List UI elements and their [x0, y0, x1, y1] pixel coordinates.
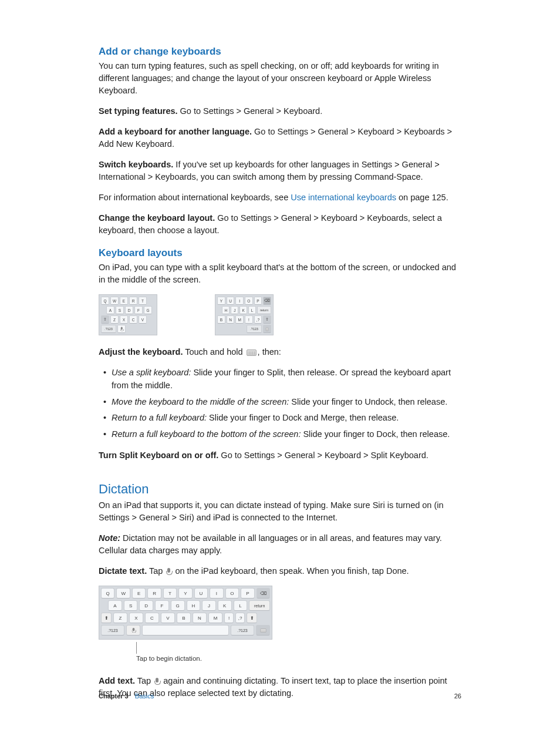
key: J	[231, 306, 238, 314]
backspace-key-icon: ⌫	[257, 588, 270, 599]
adjust-keyboard-list: Use a split keyboard: Slide your finger …	[99, 367, 461, 441]
shift-key-icon: ⬆	[247, 613, 257, 623]
bold-label: Change the keyboard layout.	[99, 213, 215, 223]
body-text: on the iPad keyboard, then speak. When y…	[173, 566, 409, 576]
hide-keyboard-key-icon	[263, 325, 271, 333]
list-item-text: Slide your finger to Undock, then releas…	[289, 397, 447, 406]
body-text: Go to Settings > General > Keyboard.	[178, 106, 323, 116]
key: C	[145, 613, 159, 623]
key: M	[208, 613, 222, 623]
return-key: return	[257, 306, 271, 314]
key: !	[245, 315, 253, 324]
list-item: Return to a full keyboard: Slide your fi…	[107, 412, 461, 425]
note-label: Note:	[99, 533, 120, 543]
list-item-em: Return to a full keyboard:	[112, 413, 207, 422]
full-keyboard-figure: Q W E R T Y U I O P ⌫ A S D F G H J K L …	[99, 586, 272, 640]
key: L	[248, 306, 256, 314]
key: V	[139, 315, 147, 324]
key: M	[235, 315, 244, 324]
return-key: return	[249, 600, 270, 611]
shift-key-icon: ⇧	[263, 315, 271, 324]
key: D	[125, 306, 133, 314]
key: Z	[113, 613, 127, 623]
link-intl-keyboards[interactable]: Use international keyboards	[291, 193, 396, 202]
backspace-key-icon: ⌫	[263, 297, 271, 305]
mic-key	[126, 625, 140, 636]
key: T	[139, 297, 147, 305]
key: Z	[110, 315, 119, 324]
key: D	[139, 600, 153, 611]
key: A	[108, 600, 122, 611]
intro-text: You can turn typing features, such as sp…	[99, 60, 461, 97]
key: Q	[101, 588, 114, 599]
set-typing-features: Set typing features. Go to Settings > Ge…	[99, 105, 461, 117]
key: G	[171, 600, 185, 611]
key: ,?	[235, 613, 245, 623]
add-keyboard-language: Add a keyboard for another language. Go …	[99, 126, 461, 150]
switch-keyboards: Switch keyboards. If you've set up keybo…	[99, 159, 461, 183]
key: N	[227, 315, 235, 324]
key: W	[116, 588, 130, 599]
page-footer: Chapter 3 Basics 26	[99, 692, 461, 700]
mic-icon	[154, 678, 160, 685]
numeric-key: .?123	[231, 625, 254, 636]
key: F	[155, 600, 169, 611]
body-text: Touch and hold	[183, 347, 245, 357]
key: V	[161, 613, 175, 623]
body-text: , then:	[258, 347, 281, 357]
key: L	[234, 600, 248, 611]
split-keyboard-right: Y U I O P ⌫ H J K L return B N M ! ,?	[215, 294, 274, 335]
list-item: Move the keyboard to the middle of the s…	[107, 396, 461, 409]
numeric-key: .?123	[101, 625, 124, 636]
list-item-em: Use a split keyboard:	[112, 368, 191, 377]
bold-label: Add a keyboard for another language.	[99, 127, 252, 136]
key: W	[110, 297, 119, 305]
heading-keyboard-layouts: Keyboard layouts	[99, 247, 461, 259]
dictate-text: Dictate text. Tap on the iPad keyboard, …	[99, 565, 461, 577]
key: X	[129, 613, 143, 623]
list-item-em: Move the keyboard to the middle of the s…	[112, 397, 289, 406]
key: P	[254, 297, 262, 305]
bold-label: Switch keyboards.	[99, 160, 173, 169]
key: J	[202, 600, 216, 611]
intl-keyboards-xref: For information about international keyb…	[99, 191, 461, 204]
key: E	[120, 297, 128, 305]
key: B	[217, 315, 225, 324]
spacer	[101, 306, 105, 314]
dictation-note: Note: Dictation may not be available in …	[99, 532, 461, 557]
split-keyboard-figure: Q W E R T A S D F G ⇧ Z X C V	[99, 294, 461, 335]
key: A	[106, 306, 114, 314]
heading-add-change-keyboards: Add or change keyboards	[99, 46, 461, 58]
bold-label: Dictate text.	[99, 566, 147, 576]
key: P	[241, 588, 254, 599]
key: F	[134, 306, 143, 314]
key: Q	[101, 297, 109, 305]
keyboard-icon	[247, 349, 257, 356]
list-item-em: Return a full keyboard to the bottom of …	[112, 429, 301, 439]
key: ,?	[254, 315, 262, 324]
split-keyboard-left: Q W E R T A S D F G ⇧ Z X C V	[99, 294, 157, 335]
key: R	[147, 588, 161, 599]
bold-label: Set typing features.	[99, 106, 178, 116]
body-text: Tap	[135, 676, 153, 685]
key: Y	[178, 588, 192, 599]
mic-icon	[166, 568, 171, 576]
numeric-key: .?123	[101, 325, 116, 333]
key: O	[225, 588, 239, 599]
key: H	[222, 306, 230, 314]
bold-label: Adjust the keyboard.	[99, 347, 183, 357]
bold-label: Add text.	[99, 676, 135, 685]
list-item-text: Slide your finger to Dock, then release.	[301, 429, 450, 439]
body-text: Tap	[147, 566, 165, 576]
list-item-text: Slide your finger to Dock and Merge, the…	[207, 413, 399, 422]
heading-dictation: Dictation	[99, 482, 461, 497]
key: C	[129, 315, 137, 324]
mic-key-icon	[117, 325, 126, 333]
key: X	[120, 315, 128, 324]
key: U	[194, 588, 208, 599]
key: E	[132, 588, 146, 599]
bold-label: Turn Split Keyboard on or off.	[99, 450, 218, 460]
key: Y	[217, 297, 225, 305]
key: !	[224, 613, 234, 623]
shift-key-icon: ⬆	[101, 613, 112, 623]
